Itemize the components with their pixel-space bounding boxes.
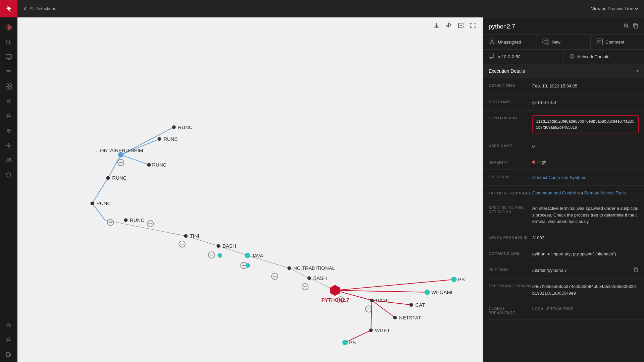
detect-time-label: DETECT TIME [489,83,532,87]
dashboard-icon [6,83,12,89]
graph-toolbar [432,21,478,30]
specific-label: SPECIFIC TO THIS DETECTION [489,205,532,214]
tactic-label: TACTIC & TECHNIQUE [489,190,532,195]
app-logo[interactable] [0,0,17,17]
network-contain-item[interactable]: Network Contain [564,50,644,64]
nav-icon-logout[interactable] [0,347,17,362]
username-label: USER NAME [489,143,532,148]
top-bar: All Detections View as Process Tree [17,0,644,17]
svg-text:NETSTAT: NETSTAT [399,315,421,320]
svg-rect-134 [489,54,494,57]
svg-line-17 [7,99,8,101]
download-button[interactable] [432,21,441,30]
svg-line-125 [627,26,629,28]
svg-point-21 [7,114,10,116]
detect-time-value: Feb. 18, 2020 15:04:05 [532,83,639,89]
new-status-icon [542,39,549,45]
new-label: New [552,40,560,45]
execution-details-header[interactable]: Execution Details ▾ [483,64,644,78]
executable-sha-label: EXECUTABLE SHA256 [489,283,532,288]
view-process-tree-label: View as Process Tree [591,6,633,11]
comment-icon [596,39,603,45]
svg-text:BASH: BASH [376,298,389,303]
unassigned-item[interactable]: Unassigned [483,35,537,49]
nav-icon-filters[interactable] [0,64,17,79]
hostname-item[interactable]: ip-10-0-2-50 [483,50,564,64]
svg-point-26 [8,143,9,144]
svg-point-129 [491,41,493,42]
svg-point-27 [8,146,9,148]
user-alert-icon [6,113,12,119]
panel-header: python2.7 [483,17,644,35]
nav-icon-dashboard[interactable] [0,79,17,94]
svg-text:WHOAMI: WHOAMI [431,290,452,295]
command-line-row: COMMAND LINE python -c import pty; pty.s… [483,246,644,262]
share-icon [445,22,452,29]
nav-icon-settings[interactable] [0,318,17,333]
svg-text:CAT: CAT [415,302,425,308]
file-path-row: FILE PATH /usr/bin/python2.7 [483,262,644,279]
objective-value[interactable]: Contact Controlled Systems [532,174,639,181]
container-id-label: CONTAINER ID [489,115,532,120]
command-line-label: COMMAND LINE [489,251,532,255]
nav-icon-bug[interactable] [0,123,17,138]
svg-point-28 [10,145,11,146]
svg-point-82 [172,125,176,129]
filter-icon [6,69,12,75]
share-button[interactable] [444,21,453,30]
nav-icon-monitor[interactable] [0,50,17,64]
svg-point-32 [9,158,11,160]
expand-button[interactable] [456,21,465,30]
nav-icon-radio[interactable] [0,20,17,35]
svg-line-18 [9,99,11,101]
panel-title: python2.7 [489,23,515,30]
hostname-value: ip-10-0-2-50 [497,54,521,59]
file-path-copy-button[interactable] [633,267,639,274]
host-row: ip-10-0-2-50 Network Contain [483,50,644,64]
local-process-id-row: LOCAL PROCESS ID 31093 [483,230,644,246]
back-button[interactable]: All Detections [23,6,56,11]
svg-text:RUNC: RUNC [163,136,178,142]
svg-point-100 [245,253,250,258]
prevalence-row: GLOBAL PREVALENCE LOCAL PREVALENCE [483,301,644,320]
nav-icon-user-alert[interactable] [0,109,17,123]
objective-label: OBJECTIVE [489,174,532,179]
svg-rect-12 [6,84,8,86]
svg-marker-40 [446,24,449,27]
graph-area[interactable]: RUNC RUNC RUNC RUNC RUNC RUNC ...ONTAINE… [17,17,483,362]
svg-point-4 [6,40,10,43]
svg-text:PS: PS [458,277,465,282]
zoom-button[interactable] [623,23,629,30]
execution-details-title: Execution Details [489,68,525,74]
svg-point-33 [8,324,10,326]
severity-dot [532,161,535,164]
severity-row: SEVERITY High [483,155,644,170]
new-status-item[interactable]: New [537,35,591,49]
svg-point-120 [342,340,348,345]
svg-point-86 [147,163,151,167]
view-process-tree-button[interactable]: View as Process Tree [591,6,639,11]
nav-icon-user[interactable] [0,333,17,347]
svg-rect-13 [9,84,11,86]
process-tree-svg: RUNC RUNC RUNC RUNC RUNC RUNC ...ONTAINE… [17,17,483,362]
username-row: USER NAME 0 [483,138,644,155]
copy-panel-button[interactable] [633,23,639,30]
hostname-row: HOSTNAME ip-10-0-2-50 [483,95,644,111]
svg-point-1 [8,26,10,28]
nav-icon-shield[interactable] [0,168,17,182]
monitor-icon [6,54,12,60]
svg-text:JAVA: JAVA [252,253,263,258]
svg-text:BASH: BASH [313,276,327,281]
zoom-icon [623,23,629,29]
network-contain-icon [569,54,575,60]
severity-text: High [537,160,546,165]
nav-icon-connections[interactable] [0,94,17,109]
svg-rect-140 [635,268,638,272]
nav-icon-search[interactable] [0,35,17,50]
search-icon [6,39,12,45]
nav-icon-users[interactable] [0,153,17,168]
nav-icon-graph[interactable] [0,138,17,153]
svg-rect-131 [598,40,601,43]
fullscreen-button[interactable] [468,21,478,30]
comment-item[interactable]: Comment [591,35,644,49]
